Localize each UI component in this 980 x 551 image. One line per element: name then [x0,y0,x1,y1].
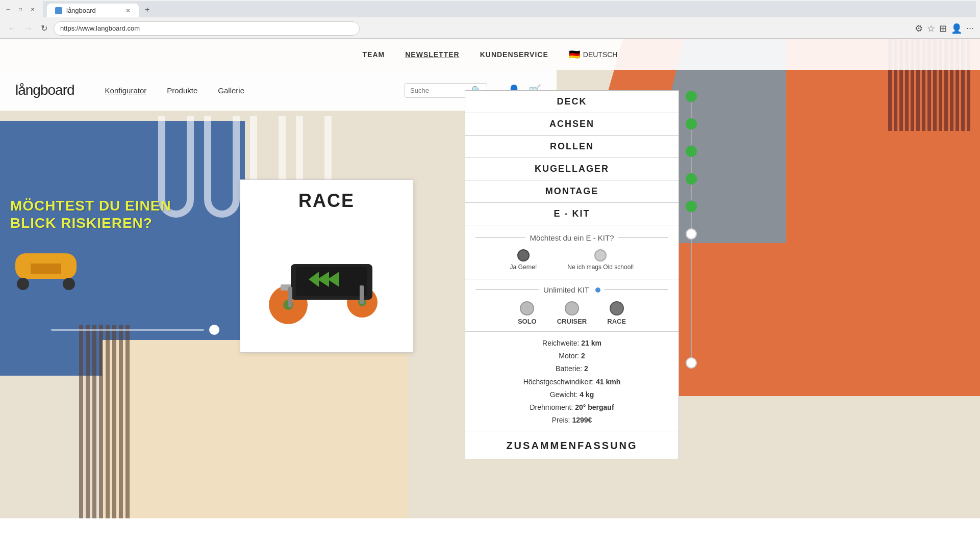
slider-dot[interactable] [209,325,219,335]
ekit-label-no: Ne ich mags Old school! [567,264,634,271]
site-logo[interactable]: långboard [15,82,74,98]
kit-race[interactable]: RACE [607,301,626,325]
panel-ekit[interactable]: E - KIT [465,203,679,225]
slider-bar [51,325,219,335]
kit-radio-solo[interactable] [520,301,534,316]
browser-actions: ⚙ ☆ ⊞ 👤 ··· [915,23,974,34]
ekit-options: Ja Gerne! Ne ich mags Old school! [475,249,668,271]
kit-solo[interactable]: SOLO [518,301,537,325]
zusammenfassung-button[interactable]: ZUSAMMENFASSUNG [465,432,679,459]
language-label: DEUTSCH [583,50,618,59]
ekit-title: Möchtest du ein E - KIT? [475,233,668,242]
svg-rect-3 [31,264,61,274]
card-image-area [250,217,403,342]
svg-rect-16 [360,285,364,304]
tab-favicon [55,7,62,14]
sidebar-dot-4[interactable] [686,173,697,185]
panel-deck[interactable]: DECK [465,91,679,113]
nav-konfigurator[interactable]: Konfigurator [105,86,147,95]
svg-point-1 [17,278,29,290]
collections-button[interactable]: ⊞ [939,23,947,34]
title-bar: ─ □ ✕ långboard ✕ + [0,0,980,18]
u-shape-2 [204,116,240,218]
ekit-label-yes: Ja Gerne! [510,264,537,271]
stripes-bottom-left [79,325,191,518]
unlimited-title: Unlimited KIT [475,285,668,294]
panel-montage[interactable]: MONTAGE [465,180,679,203]
address-input[interactable] [54,21,360,36]
product-card: RACE [240,179,413,353]
ekit-section: Möchtest du ein E - KIT? Ja Gerne! Ne ic… [465,225,679,279]
back-button[interactable]: ← [6,22,18,35]
spec-reichweite: Reichweite: 21 km [481,337,663,350]
nav-gallerie[interactable]: Gallerie [218,86,244,95]
right-panel: DECK ACHSEN ROLLEN KUGELLAGER MONTAGE E … [465,90,679,459]
kit-cruiser[interactable]: CRUISER [557,301,587,325]
specs-section: Reichweite: 21 km Motor: 2 Batterie: 2 H… [465,332,679,432]
extensions-button[interactable]: ⚙ [915,23,923,34]
panel-achsen[interactable]: ACHSEN [465,113,679,136]
new-tab-button[interactable]: + [139,2,156,17]
sidebar-line-4 [691,185,692,200]
tab-close-icon[interactable]: ✕ [125,7,131,14]
sidebar-dot-6[interactable] [686,228,697,240]
spec-motor: Motor: 2 [481,350,663,362]
divider-right [618,238,668,238]
maximize-button[interactable]: □ [16,5,24,13]
unlimited-indicator [595,287,600,293]
product-image-svg [260,223,393,335]
sidebar-dot-3[interactable] [686,146,697,157]
kit-radio-race[interactable] [610,301,624,316]
top-navigation: TEAM NEWSLETTER KUNDENSERVICE 🇩🇪 DEUTSCH [0,39,980,70]
window-controls[interactable]: ─ □ ✕ [4,5,37,13]
sidebar-dots [686,90,697,369]
unlimited-divider-left [475,290,539,290]
language-selector[interactable]: 🇩🇪 DEUTSCH [569,49,618,60]
hero-title-line1: MÖCHTEST DU EINEN [10,197,171,215]
sidebar-line-6 [691,240,692,255]
kit-radio-cruiser[interactable] [565,301,579,316]
minimize-button[interactable]: ─ [4,5,12,13]
profile-button[interactable]: 👤 [951,23,962,34]
svg-point-2 [63,278,75,290]
reload-button[interactable]: ↻ [39,21,49,35]
sidebar-dot-2[interactable] [686,118,697,129]
ekit-option-no[interactable]: Ne ich mags Old school! [567,249,634,271]
spec-drehmoment: Drehmoment: 20° bergauf [481,401,663,414]
search-input[interactable] [410,87,471,94]
nav-newsletter[interactable]: NEWSLETTER [405,50,459,59]
skate-preview [5,233,87,299]
panel-kugellager[interactable]: KUGELLAGER [465,158,679,180]
nav-kundenservice[interactable]: KUNDENSERVICE [480,50,548,59]
active-tab[interactable]: långboard ✕ [47,4,139,17]
panel-rollen[interactable]: ROLLEN [465,136,679,158]
menu-button[interactable]: ··· [966,23,974,34]
sidebar-dot-1[interactable] [686,91,697,102]
sidebar-dot-7[interactable] [686,357,697,369]
ekit-radio-yes[interactable] [517,249,530,261]
forward-button[interactable]: → [22,22,35,35]
unlimited-section: Unlimited KIT SOLO CRUISER RACE [465,279,679,332]
spec-batterie: Batterie: 2 [481,362,663,375]
nav-produkte[interactable]: Produkte [167,86,197,95]
nav-team[interactable]: TEAM [363,50,385,59]
spec-gewicht: Gewicht: 4 kg [481,388,663,401]
sidebar-line-2 [691,130,692,145]
hero-title-line2: BLICK RISKIEREN? [10,215,171,232]
slider-track[interactable] [51,329,204,331]
ekit-option-yes[interactable]: Ja Gerne! [510,249,537,271]
sidebar-long-line [691,255,692,357]
tab-bar: långboard ✕ + [43,1,976,17]
svg-rect-15 [288,287,292,307]
spec-speed: Höchstgeschwindikeit: 41 kmh [481,376,663,388]
sidebar-line-5 [691,213,692,228]
sidebar-dot-5[interactable] [686,201,697,212]
favorites-button[interactable]: ☆ [927,23,935,34]
divider-left [475,238,525,238]
kit-label-solo: SOLO [518,318,537,325]
kit-options: SOLO CRUISER RACE [475,301,668,325]
ekit-radio-no[interactable] [594,249,607,261]
kit-label-cruiser: CRUISER [557,318,587,325]
close-button[interactable]: ✕ [29,5,37,13]
kit-label-race: RACE [607,318,626,325]
